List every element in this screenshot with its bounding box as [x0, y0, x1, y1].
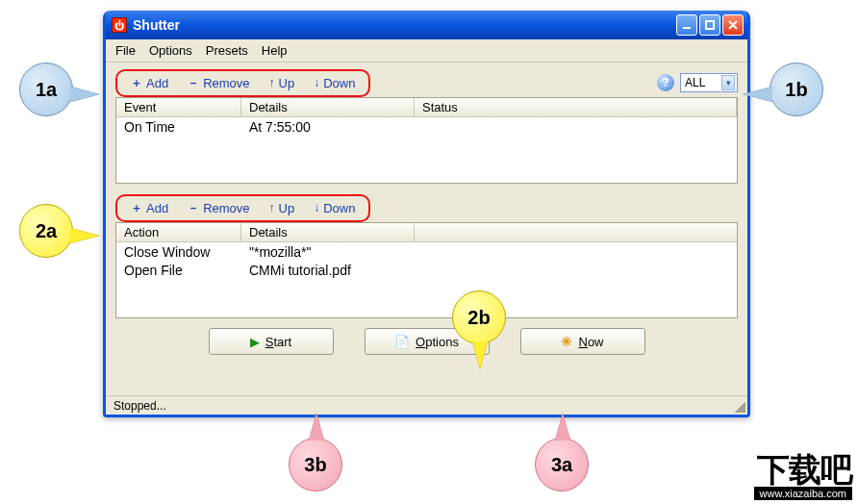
minus-icon: －	[188, 200, 199, 216]
annotation-label: 3a	[551, 454, 572, 476]
cell-status	[415, 117, 737, 136]
cell-details: "*mozilla*"	[241, 242, 415, 261]
label: Remove	[203, 76, 249, 90]
help-icon[interactable]: ?	[657, 74, 674, 91]
actions-down-button[interactable]: ↓Down	[306, 200, 363, 216]
menu-presets[interactable]: Presets	[206, 43, 248, 58]
now-button[interactable]: ✳ Now	[520, 328, 645, 355]
events-filter-combo[interactable]: ALL ▾	[680, 73, 738, 92]
label: Up	[279, 76, 295, 90]
statusbar: Stopped...	[106, 395, 747, 415]
svg-rect-0	[683, 27, 691, 29]
col-details[interactable]: Details	[241, 98, 415, 116]
actions-up-button[interactable]: ↑Up	[262, 200, 303, 216]
maximize-button[interactable]	[699, 14, 720, 36]
cell-details: At 7:55:00	[241, 117, 415, 136]
bottom-button-bar: ▶ Start 📄 Options ✳ Now	[115, 322, 738, 361]
cell-action: Close Window	[116, 242, 241, 261]
app-icon: ⏻	[112, 17, 127, 33]
play-icon: ▶	[250, 335, 260, 349]
label: Remove	[203, 201, 249, 215]
cell-event: On Time	[116, 117, 241, 136]
actions-add-button[interactable]: ＋Add	[123, 199, 176, 217]
actions-grid: Action Details Close Window"*mozilla*"Op…	[115, 222, 738, 318]
cell-details: CMMi tutorial.pdf	[241, 261, 415, 279]
arrow-down-icon: ↓	[314, 76, 319, 89]
close-button[interactable]	[722, 14, 744, 36]
annotation-2b: 2b	[452, 290, 506, 344]
table-row[interactable]: Open FileCMMi tutorial.pdf	[116, 261, 737, 279]
menubar: File Options Presets Help	[106, 39, 747, 63]
combo-value: ALL	[685, 76, 705, 89]
watermark: 下载吧 www.xiazaiba.com	[754, 453, 852, 500]
events-grid: Event Details Status On TimeAt 7:55:00	[115, 97, 738, 184]
col-details[interactable]: Details	[241, 223, 415, 241]
events-remove-button[interactable]: －Remove	[180, 74, 257, 92]
col-event[interactable]: Event	[116, 98, 241, 116]
events-toolbar: ＋Add －Remove ↑Up ↓Down	[115, 69, 370, 97]
arrow-up-icon: ↑	[269, 76, 275, 89]
arrow-up-icon: ↑	[269, 201, 275, 214]
menu-options[interactable]: Options	[149, 43, 192, 58]
label: Down	[323, 201, 355, 215]
label: Down	[323, 76, 355, 90]
window-title: Shutter	[133, 17, 180, 33]
col-spacer	[415, 223, 737, 241]
minimize-button[interactable]	[676, 14, 697, 36]
actions-toolbar: ＋Add －Remove ↑Up ↓Down	[115, 194, 370, 222]
table-row[interactable]: Close Window"*mozilla*"	[116, 242, 737, 261]
cell-action: Open File	[116, 261, 241, 279]
annotation-label: 1b	[785, 79, 807, 101]
svg-rect-1	[706, 21, 714, 29]
col-status[interactable]: Status	[415, 98, 737, 116]
annotation-1b: 1b	[770, 63, 823, 116]
annotation-label: 3b	[304, 454, 326, 476]
options-icon: 📄	[394, 335, 410, 349]
arrow-down-icon: ↓	[314, 201, 319, 214]
col-action[interactable]: Action	[116, 223, 241, 241]
table-row[interactable]: On TimeAt 7:55:00	[116, 117, 737, 136]
annotation-label: 2b	[467, 307, 490, 329]
annotation-3a: 3a	[535, 438, 589, 491]
events-up-button[interactable]: ↑Up	[262, 75, 303, 91]
menu-file[interactable]: File	[115, 43, 136, 58]
watermark-url: www.xiazaiba.com	[754, 487, 852, 500]
chevron-down-icon: ▾	[721, 75, 735, 90]
app-window: ⏻ Shutter File Options Presets Help ＋Add…	[103, 11, 750, 417]
label: Up	[279, 201, 295, 215]
actions-remove-button[interactable]: －Remove	[180, 199, 257, 217]
events-down-button[interactable]: ↓Down	[306, 75, 363, 91]
annotation-label: 2a	[36, 220, 57, 242]
titlebar[interactable]: ⏻ Shutter	[106, 11, 747, 39]
plus-icon: ＋	[131, 75, 142, 91]
annotation-2a: 2a	[19, 204, 73, 258]
events-add-button[interactable]: ＋Add	[123, 74, 176, 92]
annotation-3b: 3b	[289, 438, 342, 491]
resize-grip[interactable]	[732, 399, 745, 413]
plus-icon: ＋	[131, 200, 142, 216]
menu-help[interactable]: Help	[262, 43, 288, 58]
status-text: Stopped...	[114, 399, 166, 413]
star-icon: ✳	[561, 334, 572, 349]
watermark-logo: 下载吧	[754, 453, 852, 486]
annotation-1a: 1a	[19, 63, 73, 116]
annotation-label: 1a	[36, 79, 57, 101]
start-button[interactable]: ▶ Start	[209, 328, 334, 355]
label: Add	[146, 201, 168, 215]
label: Add	[146, 76, 168, 90]
minus-icon: －	[188, 75, 199, 91]
